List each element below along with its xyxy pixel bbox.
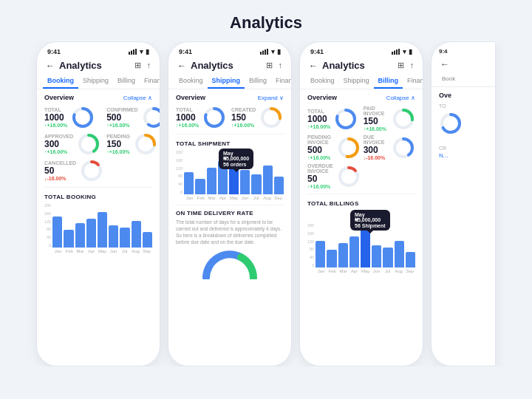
bar	[274, 177, 284, 194]
stat-change: ↑+16.00%	[307, 184, 333, 189]
share-icon[interactable]: ↑	[279, 61, 283, 70]
stat-change: ↓-16.00%	[364, 155, 388, 160]
chart-label: Feb	[327, 269, 338, 273]
tab-booking[interactable]: Booking	[43, 74, 78, 89]
bar	[64, 230, 73, 248]
back-arrow[interactable]: ←	[309, 61, 318, 71]
tab-billing[interactable]: Billing	[113, 74, 140, 89]
on-time-title: ON TIME DELIVERY RATE	[176, 210, 284, 216]
stat-value-cancelled: 50	[44, 166, 76, 176]
back-arrow[interactable]: ←	[177, 61, 186, 71]
chart-label: Jul	[119, 249, 130, 253]
nav-bar: ←	[432, 58, 495, 72]
tab-finance[interactable]: Finance	[140, 74, 160, 89]
share-icon[interactable]: ↑	[147, 61, 151, 70]
phone-shipping: 9:41 ▾ ▮ ← Analytics ⊞ ↑ Booking Shippin…	[168, 41, 292, 366]
half-donut-chart	[200, 248, 259, 279]
chart-label: Feb	[195, 196, 206, 200]
expand-btn[interactable]: Expand ∨	[258, 95, 284, 101]
chart-label: Jan	[184, 196, 195, 200]
filter-icon[interactable]: ⊞	[266, 61, 273, 70]
stat-confirmed: CONFIRMED 500 ↑+16.00%	[106, 106, 160, 129]
nav-title: Analytics	[59, 60, 130, 71]
filter-icon[interactable]: ⊞	[398, 61, 404, 70]
on-time-desc: The total number of days for a shipment …	[176, 219, 284, 245]
stats-grid: TOTAL 1000 ↑+16.00% CONFIRMED 500 ↑+16.0…	[44, 106, 152, 183]
donut	[337, 136, 361, 160]
tab-finance[interactable]: Finance	[403, 74, 423, 89]
stat-label: CREATED	[231, 107, 256, 112]
bar	[327, 250, 336, 267]
chart-label: Feb	[64, 249, 75, 253]
chart-label: Jul	[250, 196, 262, 200]
donut-confirmed	[142, 106, 160, 129]
filter-icon[interactable]: ⊞	[134, 61, 141, 70]
bar	[240, 170, 250, 194]
tabs-row: Booking Shipping Billing Finance	[168, 74, 291, 89]
tab-booking[interactable]: Booking	[306, 74, 339, 89]
stats-grid-billing: TOTAL 1000 ↑+16.00% PAID INVOICE 150 ↑+1…	[307, 106, 415, 189]
time: 9:41	[47, 48, 61, 55]
y-axis: 200 160 120 80 40 0	[44, 203, 51, 248]
stat-label-total: TOTAL	[44, 107, 67, 112]
bar	[98, 212, 107, 248]
chart-label: Jan	[52, 249, 64, 253]
stats-grid-shipping: TOTAL 1000 ↑+16.00% CREATED 150 ↑+16.00%	[176, 106, 284, 129]
wifi-icon: ▾	[140, 48, 143, 55]
stat-label: TOTAL	[176, 107, 199, 112]
stat-change-cancelled: ↓-16.00%	[44, 176, 76, 181]
svg-rect-16	[265, 50, 266, 55]
stat-value: 500	[307, 145, 333, 155]
tab-billing[interactable]: Billing	[374, 74, 403, 89]
tab-shipping[interactable]: Shipping	[208, 74, 245, 89]
collapse-btn[interactable]: Collapse ∧	[386, 95, 415, 101]
chart-label: Aug	[262, 196, 273, 200]
bar	[207, 168, 216, 194]
chart-title-booking: TOTAL BOOKING	[44, 194, 152, 200]
section-header: Overview Collapse ∧	[44, 94, 152, 101]
chart-label: Jul	[382, 269, 393, 273]
tab-shipping[interactable]: Shipping	[339, 74, 374, 89]
battery-icon: ▮	[146, 48, 149, 55]
status-bar: 9:41 ▾ ▮	[300, 42, 423, 58]
chart-row-booking: 200 160 120 80 40 0	[44, 203, 152, 253]
on-time-section: ON TIME DELIVERY RATE The total number o…	[176, 210, 284, 279]
stat-total: TOTAL 1000 ↑+16.00%	[176, 106, 228, 129]
tab-finance[interactable]: Finance	[271, 74, 292, 89]
stat-label: PENDING INVOICE	[307, 134, 333, 145]
bar	[109, 225, 118, 248]
bar-highlighted	[361, 230, 370, 267]
donut	[202, 106, 226, 129]
status-bar: 9:4	[432, 42, 495, 58]
stat-change: ↑+16.00%	[231, 123, 256, 128]
back-arrow[interactable]: ←	[46, 61, 55, 71]
donut-total	[71, 106, 95, 129]
section-label: Overview	[307, 94, 337, 101]
chart-label: Jan	[316, 269, 327, 273]
tab-booking[interactable]: Booking	[174, 74, 208, 89]
battery-icon: ▮	[409, 48, 412, 55]
chart-label: May	[360, 269, 371, 273]
collapse-btn[interactable]: Collapse ∧	[123, 95, 152, 101]
stat-value: 300	[364, 145, 388, 155]
svg-rect-23	[394, 51, 395, 55]
stat-label-pending: PENDING	[106, 134, 130, 139]
chart-label: Aug	[393, 269, 404, 273]
y-axis: 200 160 120 80 40 0	[307, 223, 314, 267]
tab-billing[interactable]: Billing	[245, 74, 271, 89]
back-arrow[interactable]: ←	[440, 59, 449, 69]
bar	[52, 216, 62, 248]
tab-shipping[interactable]: Shipping	[78, 74, 113, 89]
phone-booking: 9:41 ▾ ▮ ← Analytics ⊞ ↑ Booking Shippin…	[36, 41, 160, 366]
donut	[392, 107, 415, 131]
svg-rect-25	[398, 49, 400, 55]
stat-total: TOTAL 1000 ↑+16.00%	[307, 106, 361, 132]
wifi-icon: ▾	[271, 48, 275, 55]
bar	[372, 245, 381, 267]
donut-cancelled	[80, 159, 103, 183]
tab-partial[interactable]: Book	[437, 72, 460, 86]
donut-approved	[77, 132, 100, 156]
bar	[75, 223, 85, 248]
status-bar: 9:41 ▾ ▮	[168, 42, 291, 58]
share-icon[interactable]: ↑	[410, 61, 415, 70]
